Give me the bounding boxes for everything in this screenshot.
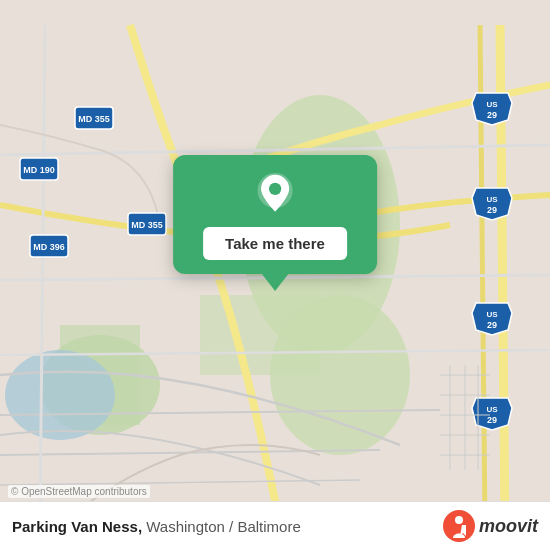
popup-box: Take me there	[173, 155, 377, 274]
popup-arrow	[261, 273, 289, 291]
moovit-logo: moovit	[443, 510, 538, 542]
bottom-bar: Parking Van Ness, Washington / Baltimore…	[0, 501, 550, 550]
svg-text:US: US	[486, 310, 498, 319]
svg-point-6	[5, 350, 115, 440]
location-name-text: Parking Van Ness,	[12, 518, 142, 535]
svg-point-39	[269, 183, 281, 195]
svg-text:29: 29	[487, 415, 497, 425]
svg-text:US: US	[486, 195, 498, 204]
take-me-there-button[interactable]: Take me there	[203, 227, 347, 260]
svg-text:US: US	[486, 405, 498, 414]
svg-text:29: 29	[487, 110, 497, 120]
location-popup: Take me there	[173, 155, 377, 291]
svg-text:US: US	[486, 100, 498, 109]
svg-rect-3	[200, 295, 320, 375]
location-sub-text: Washington / Baltimore	[146, 518, 301, 535]
location-name: Parking Van Ness, Washington / Baltimore	[12, 518, 301, 535]
moovit-text: moovit	[479, 516, 538, 537]
bottom-info: Parking Van Ness, Washington / Baltimore	[12, 518, 301, 535]
svg-text:29: 29	[487, 205, 497, 215]
svg-point-41	[455, 516, 463, 524]
map-container: MD 355 MD 190 MD 355 MD 396 US 29 US 29 …	[0, 0, 550, 550]
svg-text:MD 190: MD 190	[23, 165, 55, 175]
svg-text:MD 396: MD 396	[33, 242, 65, 252]
svg-text:29: 29	[487, 320, 497, 330]
moovit-brand-icon	[443, 510, 475, 542]
copyright-text: © OpenStreetMap contributors	[8, 485, 150, 498]
svg-text:MD 355: MD 355	[78, 114, 110, 124]
location-pin-icon	[253, 173, 297, 217]
svg-text:MD 355: MD 355	[131, 220, 163, 230]
